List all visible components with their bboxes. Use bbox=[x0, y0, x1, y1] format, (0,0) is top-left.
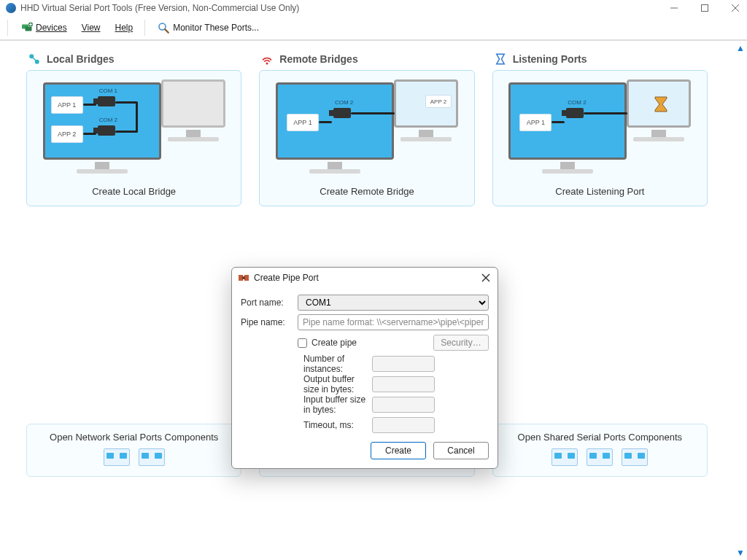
close-icon bbox=[481, 273, 490, 282]
outbuf-label: Output buffer size in bytes: bbox=[241, 374, 372, 394]
window-minimize-button[interactable] bbox=[670, 4, 680, 12]
remote-bridges-icon bbox=[260, 52, 274, 66]
port-name-select[interactable]: COM1 bbox=[298, 295, 489, 311]
create-listening-port-caption: Create Listening Port bbox=[555, 186, 644, 197]
open-shared-group[interactable]: Open Shared Serial Ports Components bbox=[492, 424, 708, 477]
window-title: HHD Virtual Serial Port Tools (Free Vers… bbox=[20, 3, 299, 13]
app-box: APP 1 bbox=[287, 114, 319, 131]
create-remote-bridge-card[interactable]: APP 2 APP 1 COM 2 bbox=[259, 70, 474, 206]
local-bridges-icon bbox=[28, 52, 41, 66]
pipe-name-label: Pipe name: bbox=[241, 317, 298, 327]
window-close-button[interactable] bbox=[731, 4, 741, 12]
view-menu[interactable]: View bbox=[76, 20, 107, 36]
pipe-name-input[interactable] bbox=[298, 314, 489, 330]
svg-rect-1 bbox=[702, 5, 708, 12]
instances-input[interactable] bbox=[372, 356, 435, 372]
instances-label: Number of instances: bbox=[241, 354, 372, 374]
help-menu[interactable]: Help bbox=[109, 20, 139, 36]
app-box: APP 1 bbox=[51, 96, 83, 114]
main-toolbar: Devices View Help Monitor These Ports... bbox=[0, 16, 747, 41]
remote-bridges-title: Remote Bridges bbox=[279, 53, 357, 65]
search-icon bbox=[157, 21, 170, 34]
create-listening-port-card[interactable]: APP 1 COM 2 Create Listening Port bbox=[492, 70, 708, 206]
monitor-ports-label: Monitor These Ports... bbox=[173, 23, 259, 33]
devices-icon bbox=[20, 21, 33, 34]
create-local-bridge-card[interactable]: APP 1 APP 2 COM 1 COM 2 bbox=[26, 70, 241, 206]
svg-line-8 bbox=[165, 29, 169, 33]
vertical-scrollbar[interactable]: ▲ ▼ bbox=[734, 41, 747, 560]
listening-ports-icon bbox=[494, 52, 507, 66]
inbuf-label: Input buffer size in bytes: bbox=[241, 394, 372, 415]
port-label: COM 1 bbox=[99, 88, 117, 94]
scroll-down-arrow-icon[interactable]: ▼ bbox=[736, 548, 745, 557]
port-label: COM 2 bbox=[99, 117, 117, 123]
inbuf-input[interactable] bbox=[372, 397, 435, 413]
monitor-ports-button[interactable]: Monitor These Ports... bbox=[151, 18, 265, 37]
view-menu-label: View bbox=[82, 23, 101, 33]
cancel-button[interactable]: Cancel bbox=[433, 442, 489, 459]
dialog-close-button[interactable] bbox=[480, 272, 492, 284]
svg-rect-5 bbox=[26, 27, 32, 31]
local-bridges-title: Local Bridges bbox=[47, 53, 115, 65]
app-logo-icon bbox=[6, 3, 16, 13]
devices-menu[interactable]: Devices bbox=[14, 18, 73, 37]
security-button[interactable]: Security… bbox=[433, 335, 489, 351]
port-label: COM 2 bbox=[335, 99, 353, 106]
create-local-bridge-caption: Create Local Bridge bbox=[92, 186, 176, 197]
dialog-title: Create Pipe Port bbox=[254, 273, 480, 283]
open-network-group[interactable]: Open Network Serial Ports Components bbox=[26, 424, 241, 477]
create-pipe-label: Create pipe bbox=[311, 338, 357, 348]
hourglass-icon bbox=[654, 96, 668, 115]
timeout-label: Timeout, ms: bbox=[241, 420, 372, 430]
outbuf-input[interactable] bbox=[372, 376, 435, 392]
create-remote-bridge-caption: Create Remote Bridge bbox=[320, 186, 414, 197]
app-box: APP 1 bbox=[519, 114, 551, 131]
svg-point-11 bbox=[266, 63, 268, 65]
help-menu-label: Help bbox=[115, 23, 133, 33]
app-box: APP 2 bbox=[425, 95, 452, 108]
open-shared-title: Open Shared Serial Ports Components bbox=[503, 432, 697, 443]
listening-ports-title: Listening Ports bbox=[513, 53, 587, 65]
devices-menu-label: Devices bbox=[36, 23, 67, 33]
timeout-input[interactable] bbox=[372, 417, 435, 433]
open-network-title: Open Network Serial Ports Components bbox=[37, 432, 231, 443]
app-box: APP 2 bbox=[51, 125, 83, 143]
port-name-label: Port name: bbox=[241, 298, 298, 308]
pipe-port-icon bbox=[238, 272, 249, 284]
scroll-up-arrow-icon[interactable]: ▲ bbox=[736, 44, 745, 52]
window-maximize-button[interactable] bbox=[700, 4, 711, 12]
create-pipe-port-dialog: Create Pipe Port Port name: COM1 Pipe na… bbox=[231, 267, 498, 469]
window-titlebar: HHD Virtual Serial Port Tools (Free Vers… bbox=[0, 0, 747, 16]
create-pipe-checkbox[interactable] bbox=[298, 338, 307, 348]
svg-rect-14 bbox=[242, 276, 245, 279]
create-button[interactable]: Create bbox=[371, 442, 426, 459]
port-label: COM 2 bbox=[568, 99, 586, 106]
content-area: Local Bridges APP 1 APP 2 COM 1 COM 2 bbox=[0, 41, 747, 560]
